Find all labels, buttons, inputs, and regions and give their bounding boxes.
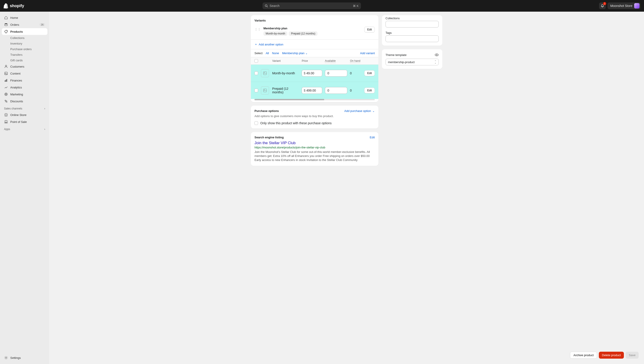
variant-image-placeholder[interactable] [261,69,269,77]
edit-option-button[interactable]: Edit [364,27,375,33]
nav-marketing[interactable]: Marketing [2,91,48,98]
svg-rect-6 [5,80,5,82]
store-name: Moonshot Store [610,4,632,8]
collections-input[interactable] [386,21,439,28]
organization-card: Collections Tags [382,15,442,46]
svg-point-11 [6,94,6,94]
price-input[interactable]: $499.00 [302,87,322,94]
nav-online-store[interactable]: Online Store [2,111,48,118]
option-value-pill: Month-by-month [264,31,287,36]
purchase-options-card: Purchase options Add purchase option ⌄ A… [251,106,378,128]
nav-gift-cards[interactable]: Gift cards [2,58,48,63]
customers-icon [4,65,8,69]
variants-card: Variants ⋮⋮ Membership plan Month-by-mon… [251,15,378,102]
svg-point-0 [265,5,267,7]
tags-input[interactable] [386,35,439,42]
nav-point-of-sale[interactable]: Point of Sale [2,118,48,125]
sidebar: Home Orders 26 Products Collections Inve… [0,12,49,169]
filter-membership-plan[interactable]: Membership plan ⌄ [282,52,308,55]
available-input[interactable]: 0 [325,70,347,77]
svg-point-5 [5,73,6,73]
svg-point-18 [264,72,265,73]
svg-point-12 [5,100,6,101]
search-shortcut: ⌘ K [353,4,358,8]
shopify-logo[interactable]: shopify [4,3,24,9]
variant-name[interactable]: Month-by-month [272,71,299,75]
nav-finances[interactable]: Finances [2,77,48,84]
variant-rows-highlighted: Month-by-month $49.00 0 0 Edit Prepaid (… [251,65,378,99]
home-icon [4,16,8,20]
nav-products[interactable]: Products [2,28,48,35]
edit-variant-button[interactable]: Edit [364,88,375,93]
add-variant-link[interactable]: Add variant [360,52,375,55]
svg-point-20 [264,90,265,90]
pos-icon [4,120,8,124]
select-all-checkbox[interactable] [254,59,258,63]
theme-template-card: Theme template membership-product ⌃⌄ [382,49,442,69]
nav-orders[interactable]: Orders 26 [2,21,48,28]
drag-handle-icon[interactable]: ⋮⋮ [254,27,261,31]
variant-table-header: Variant Price Available On hand [251,57,378,65]
theme-template-label: Theme template [386,53,406,57]
analytics-icon [4,85,8,89]
chevron-down-icon: ⌄ [372,109,375,113]
col-on-hand[interactable]: On hand [350,59,360,63]
finances-icon [4,78,8,82]
notifications-button[interactable]: 1 [599,3,606,9]
nav-home[interactable]: Home [2,14,48,21]
chevron-right-icon: › [44,128,45,131]
add-purchase-option-button[interactable]: Add purchase option ⌄ [344,109,375,113]
store-menu-button[interactable]: Moonshot Store [608,3,640,9]
nav-apps-header[interactable]: Apps › [2,125,48,132]
edit-variant-button[interactable]: Edit [364,70,375,76]
seo-edit-link[interactable]: Edit [370,136,375,139]
tags-label: Tags [386,31,439,35]
select-all-link[interactable]: All [266,52,269,55]
nav-sales-channels-header[interactable]: Sales channels › [2,105,48,111]
avatar [634,3,640,9]
search-placeholder: Search [270,4,353,8]
image-icon [263,71,267,75]
theme-template-select[interactable]: membership-product ⌃⌄ [386,59,439,65]
collections-label: Collections [386,17,439,20]
col-variant: Variant [272,59,299,62]
col-available[interactable]: Available [325,59,336,63]
svg-rect-19 [264,89,266,92]
horizontal-scrollbar[interactable] [254,99,375,100]
nav-transfers[interactable]: Transfers [2,52,48,58]
only-show-checkbox[interactable] [254,121,258,125]
svg-rect-7 [6,80,6,82]
option-value-pill: Prepaid (12 months) [289,31,318,36]
nav-purchase-orders[interactable]: Purchase orders [2,46,48,52]
nav-collections[interactable]: Collections [2,35,48,41]
on-hand-value: 0 [350,71,352,75]
nav-analytics[interactable]: Analytics [2,84,48,91]
nav-customers[interactable]: Customers [2,63,48,70]
seo-description: Join the Moonshot's Stellar Club for som… [254,150,375,162]
svg-rect-14 [5,120,7,122]
orders-icon [4,23,8,27]
variant-image-placeholder[interactable] [261,86,269,94]
orders-badge: 26 [39,23,45,26]
main-content: Variants ⋮⋮ Membership plan Month-by-mon… [49,12,644,169]
svg-point-21 [436,54,437,55]
nav-inventory[interactable]: Inventory [2,41,48,46]
svg-point-2 [6,31,7,31]
variant-checkbox[interactable] [254,71,258,75]
available-input[interactable]: 0 [325,87,347,94]
variant-checkbox[interactable] [254,89,258,92]
preview-icon[interactable] [435,53,439,57]
purchase-options-title: Purchase options [254,109,279,113]
on-hand-value: 0 [350,89,352,92]
add-option-button[interactable]: ＋ Add another option [254,42,375,46]
nav-discounts[interactable]: Discounts [2,98,48,105]
products-icon [4,30,8,34]
plus-icon: ＋ [254,42,258,46]
seo-card: Search engine listing Edit Join the Stel… [251,132,378,166]
price-input[interactable]: $49.00 [302,70,322,77]
variant-name[interactable]: Prepaid (12 months) [272,87,299,94]
select-none-link[interactable]: None [272,52,279,55]
search-bar[interactable]: Search ⌘ K [262,3,361,9]
store-icon [4,113,8,117]
nav-content[interactable]: Content [2,70,48,77]
